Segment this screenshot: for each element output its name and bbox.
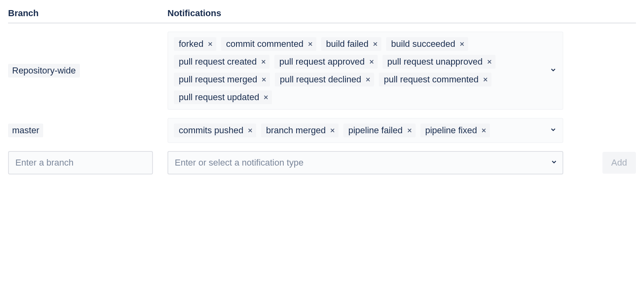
notification-tag: pull request commented [379,73,491,86]
notification-tag-label: pull request created [179,57,257,67]
close-icon[interactable] [483,77,488,82]
table-header: Branch Notifications [8,8,636,23]
chevron-down-icon[interactable] [550,65,557,76]
notification-tag-label: build succeeded [391,39,455,49]
notification-tag-label: pull request merged [179,74,257,85]
notification-type-select[interactable] [167,151,563,174]
close-icon[interactable] [307,41,313,47]
notification-tag-label: build failed [326,39,368,49]
table-row: mastercommits pushedbranch mergedpipelin… [8,118,636,143]
notification-tag: build succeeded [386,37,468,51]
close-icon[interactable] [365,77,371,82]
branch-label: Repository-wide [8,64,80,78]
close-icon[interactable] [369,59,374,65]
notification-tag-label: commits pushed [179,125,243,136]
notification-tag: pull request updated [174,90,272,104]
close-icon[interactable] [247,128,253,133]
new-row: Add [8,151,636,174]
notification-tag: pull request unapproved [383,55,496,69]
branch-input[interactable] [8,151,153,174]
header-branch: Branch [8,8,167,19]
chevron-down-icon[interactable] [550,158,558,168]
close-icon[interactable] [330,128,335,133]
close-icon[interactable] [261,59,266,65]
close-icon[interactable] [372,41,378,47]
notification-tag-label: pull request approved [279,57,365,67]
notification-tag: pull request declined [275,73,374,86]
notification-tag-label: pipeline failed [348,125,403,136]
notification-tag: pipeline failed [343,124,416,137]
close-icon[interactable] [481,128,487,133]
add-button[interactable]: Add [602,152,636,174]
close-icon[interactable] [487,59,492,65]
close-icon[interactable] [407,128,412,133]
notification-tag-label: branch merged [266,125,326,136]
notification-tag: pull request merged [174,73,270,86]
notification-tag: build failed [321,37,381,51]
close-icon[interactable] [263,94,269,100]
notification-tag-label: pipeline fixed [425,125,477,136]
branch-label: master [8,124,43,137]
close-icon[interactable] [459,41,465,47]
notification-tag-label: pull request updated [179,92,259,103]
close-icon[interactable] [207,41,213,47]
notification-tags[interactable]: commits pushedbranch mergedpipeline fail… [167,118,563,143]
notification-tag: pipeline fixed [420,124,490,137]
notification-tag: commits pushed [174,124,256,137]
notification-tag: branch merged [261,124,339,137]
table-row: Repository-wideforkedcommit commentedbui… [8,32,636,110]
notification-tag-label: forked [179,39,203,49]
notification-tag-label: pull request unapproved [387,57,483,67]
notification-tags[interactable]: forkedcommit commentedbuild failedbuild … [167,32,563,110]
notification-tag: pull request approved [274,55,378,69]
notification-tag: pull request created [174,55,270,69]
close-icon[interactable] [261,77,267,82]
notification-tag-label: pull request declined [280,74,361,85]
notification-tag: forked [174,37,216,51]
notifications-table: Branch Notifications Repository-widefork… [8,8,636,174]
notification-tag: commit commented [221,37,316,51]
notification-tag-label: commit commented [226,39,303,49]
chevron-down-icon[interactable] [550,125,557,136]
header-notifications: Notifications [167,8,636,19]
notification-tag-label: pull request commented [384,74,479,85]
